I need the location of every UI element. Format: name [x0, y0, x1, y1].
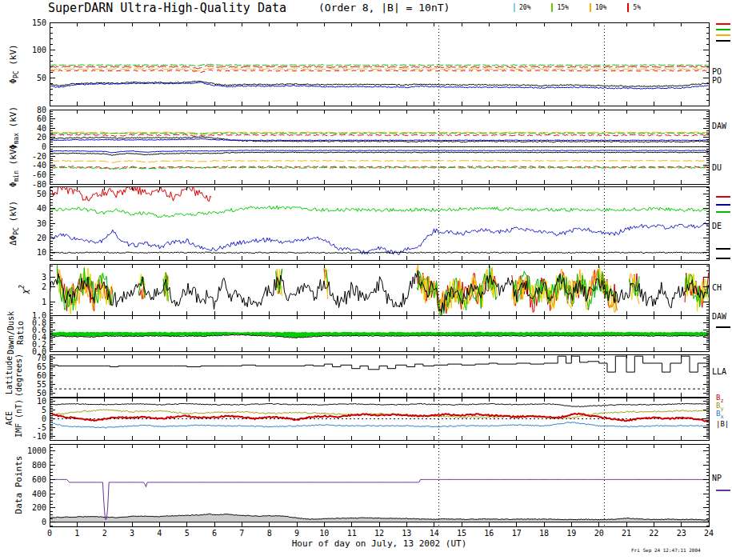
svg-text:4: 4: [157, 529, 162, 538]
svg-text:20: 20: [37, 133, 46, 142]
svg-text:21: 21: [622, 529, 631, 538]
svg-text:70: 70: [37, 354, 46, 362]
panel-delta-phi-pc: [50, 186, 709, 254]
svg-text:40: 40: [37, 204, 46, 213]
svg-text:80: 80: [37, 106, 46, 114]
ratio-band: [50, 332, 709, 338]
max-red: [50, 134, 709, 137]
right-swatch-icon: [716, 248, 730, 250]
svg-text:22: 22: [649, 529, 658, 538]
np-histogram: [50, 514, 709, 522]
panel-latitude: [50, 356, 709, 389]
svg-text:0: 0: [42, 414, 46, 423]
imf-btotal: [50, 403, 709, 406]
svg-text:10: 10: [37, 248, 46, 257]
svg-text:2: 2: [42, 282, 46, 291]
svg-text:11: 11: [347, 529, 357, 538]
imf-bz: [50, 414, 709, 422]
panel-phi-max-min: [50, 132, 709, 170]
svg-text:60: 60: [37, 114, 46, 123]
pot-green: [50, 64, 709, 66]
right-label: PO: [712, 67, 722, 76]
right-swatch-icon: [716, 23, 730, 25]
svg-text:16: 16: [484, 529, 494, 538]
svg-text:10: 10: [319, 529, 329, 538]
right-swatch-icon: [716, 196, 730, 198]
svg-text:18: 18: [539, 529, 549, 538]
panel-frame-pc-potential: 50100150: [32, 18, 709, 106]
right-label: DU: [712, 163, 722, 172]
max-blue: [50, 138, 709, 141]
panel-data-points: [50, 479, 709, 522]
svg-text:-60: -60: [32, 170, 46, 179]
svg-text:100: 100: [32, 46, 46, 54]
imf-bx: [50, 422, 709, 428]
min-red: [50, 166, 709, 170]
del-green: [50, 206, 709, 218]
right-label: DE: [712, 222, 722, 230]
right-swatch-icon: [716, 40, 730, 42]
del-black: [50, 252, 709, 253]
right-swatch-icon: [716, 204, 730, 206]
svg-text:65: 65: [37, 362, 46, 371]
svg-text:-20: -20: [32, 152, 46, 161]
right-label: NP: [712, 474, 722, 482]
del-blue: [50, 223, 709, 254]
svg-text:3: 3: [42, 273, 46, 282]
panel-pc-potential: [50, 64, 709, 89]
svg-text:24: 24: [704, 529, 714, 538]
svg-text:1: 1: [42, 298, 46, 306]
svg-text:60: 60: [37, 371, 46, 380]
ylabel-latitude: Latitude(degrees): [5, 354, 24, 397]
max-green: [50, 133, 709, 134]
svg-text:20: 20: [37, 234, 46, 242]
svg-text:50: 50: [37, 74, 46, 82]
pot-blue: [50, 82, 709, 89]
svg-text:8: 8: [267, 529, 272, 538]
x-axis-label: Hour of day on July, 13 2002 (UT): [50, 538, 709, 549]
render-timestamp: Fri Sep 24 12:47:11 2004: [631, 547, 701, 553]
svg-text:30: 30: [37, 219, 46, 228]
pot-red-lower: [50, 70, 709, 73]
ylabel-phi-pc: ΦPC (kV): [9, 44, 22, 83]
svg-text:17: 17: [512, 529, 522, 538]
svg-text:13: 13: [402, 529, 411, 538]
ylabel-ace-imf: ACEIMF (nT): [5, 399, 24, 438]
right-label: LLA: [712, 367, 726, 376]
svg-text:40: 40: [37, 124, 46, 133]
svg-text:14: 14: [430, 529, 439, 538]
svg-text:800: 800: [32, 461, 46, 470]
svg-text:19: 19: [566, 529, 576, 538]
min-green: [50, 167, 709, 170]
superdarn-plot-page: SuperDARN Ultra-High-Quality Data (Order…: [0, 0, 732, 560]
svg-text:0: 0: [42, 142, 46, 151]
svg-text:7: 7: [239, 529, 244, 538]
svg-text:-40: -40: [32, 161, 46, 170]
svg-text:23: 23: [677, 529, 686, 538]
hour-labels: 0123456789101112131415161718192021222324: [47, 529, 714, 538]
svg-text:20: 20: [594, 529, 604, 538]
right-swatch-icon: [716, 211, 730, 213]
svg-text:1: 1: [74, 529, 79, 538]
svg-text:-10: -10: [32, 432, 46, 441]
svg-text:200: 200: [32, 503, 46, 512]
svg-text:-80: -80: [32, 180, 46, 189]
svg-text:10: 10: [37, 397, 46, 406]
right-swatch-icon: [716, 326, 730, 328]
svg-text:6: 6: [212, 529, 217, 538]
svg-text:2: 2: [102, 529, 107, 538]
svg-text:5: 5: [185, 529, 190, 538]
ylabel-dawn-dusk: Dawn/DuskRatio: [6, 311, 26, 354]
right-swatch-icon: [716, 490, 730, 491]
svg-text:9: 9: [294, 529, 299, 538]
right-label-imf: |B|: [716, 420, 729, 428]
panel-chi-squared: [50, 264, 709, 315]
right-swatch-icon: [716, 258, 730, 259]
svg-text:0: 0: [47, 529, 52, 538]
svg-text:600: 600: [32, 475, 46, 484]
svg-text:1.0: 1.0: [32, 311, 46, 320]
plot-svg: 50100150806040200-20-40-60-8010203040501…: [0, 0, 732, 560]
right-label: CH: [712, 283, 722, 292]
svg-text:1000: 1000: [27, 446, 46, 455]
right-label-imf: Bx: [716, 410, 724, 420]
